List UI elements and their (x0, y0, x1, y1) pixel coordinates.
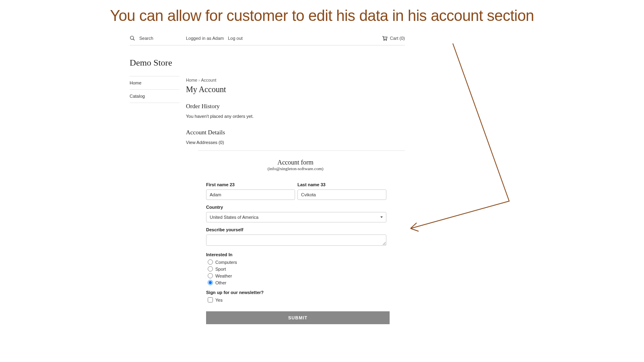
interested-option-computers[interactable]: Computers (206, 259, 386, 265)
search-wrap[interactable]: Search (130, 35, 186, 41)
interested-option-label: Computers (215, 260, 237, 265)
page-title: My Account (186, 85, 405, 94)
screenshot-frame: Search Logged in as Adam Log out Cart (0… (130, 33, 405, 324)
first-name-label: First name 23 (206, 182, 295, 187)
newsletter-option-label: Yes (215, 298, 223, 302)
interested-option-sport[interactable]: Sport (206, 266, 386, 272)
submit-button[interactable]: SUBMIT (206, 311, 390, 324)
interested-option-weather[interactable]: Weather (206, 273, 386, 278)
newsletter-label: Sign up for our newsletter? (206, 290, 386, 295)
cart-label: Cart (0) (390, 36, 405, 41)
interested-option-label: Other (215, 280, 227, 285)
sidebar-item-home[interactable]: Home (130, 76, 180, 90)
account-form: First name 23 Last name 33 Country Unite… (186, 182, 386, 302)
describe-label: Describe yourself (206, 227, 386, 232)
page-headline: You can allow for customer to edit his d… (0, 0, 644, 28)
country-select[interactable]: United States of America (206, 212, 386, 222)
cart-link[interactable]: Cart (0) (382, 36, 405, 41)
newsletter-option-yes[interactable]: Yes (206, 297, 386, 302)
breadcrumb-home[interactable]: Home (186, 78, 197, 82)
order-history-empty: You haven't placed any orders yet. (186, 114, 405, 119)
order-history-heading: Order History (186, 103, 405, 110)
last-name-label: Last name 33 (297, 182, 386, 187)
store-title[interactable]: Demo Store (130, 45, 405, 76)
main-content: Home›Account My Account Order History Yo… (186, 76, 405, 324)
search-icon (130, 35, 135, 41)
radio-computers[interactable] (208, 259, 213, 265)
breadcrumb: Home›Account (186, 78, 405, 82)
logout-link[interactable]: Log out (228, 36, 243, 41)
cart-icon (382, 36, 388, 41)
last-name-input[interactable] (297, 189, 386, 200)
breadcrumb-current: Account (201, 78, 217, 82)
logged-in-as[interactable]: Logged in as Adam (186, 36, 224, 41)
view-addresses-link[interactable]: View Addresses (0) (186, 140, 405, 145)
form-title: Account form (186, 159, 405, 166)
sidebar-item-catalog[interactable]: Catalog (130, 90, 180, 103)
interested-option-other[interactable]: Other (206, 280, 386, 285)
country-label: Country (206, 205, 386, 210)
svg-line-1 (133, 39, 135, 41)
svg-point-2 (384, 40, 384, 41)
svg-point-0 (130, 36, 134, 39)
breadcrumb-separator-icon: › (198, 78, 200, 82)
form-subtitle: (info@singleton-software.com) (186, 166, 405, 171)
interested-label: Interested In (206, 252, 386, 257)
svg-point-3 (386, 40, 386, 41)
interested-option-label: Sport (215, 267, 226, 272)
describe-textarea[interactable] (206, 234, 386, 246)
interested-option-label: Weather (215, 274, 232, 278)
newsletter-checkbox[interactable] (208, 297, 213, 302)
radio-other[interactable] (208, 280, 213, 285)
topbar-links: Logged in as Adam Log out (186, 36, 243, 41)
first-name-input[interactable] (206, 189, 295, 200)
annotation-arrow-icon (398, 40, 519, 241)
search-label: Search (139, 36, 153, 41)
sidebar: Home Catalog (130, 76, 180, 324)
topbar: Search Logged in as Adam Log out Cart (0… (130, 33, 405, 45)
account-details-heading: Account Details (186, 129, 405, 136)
radio-weather[interactable] (208, 273, 213, 278)
divider (198, 150, 405, 151)
radio-sport[interactable] (208, 266, 213, 272)
